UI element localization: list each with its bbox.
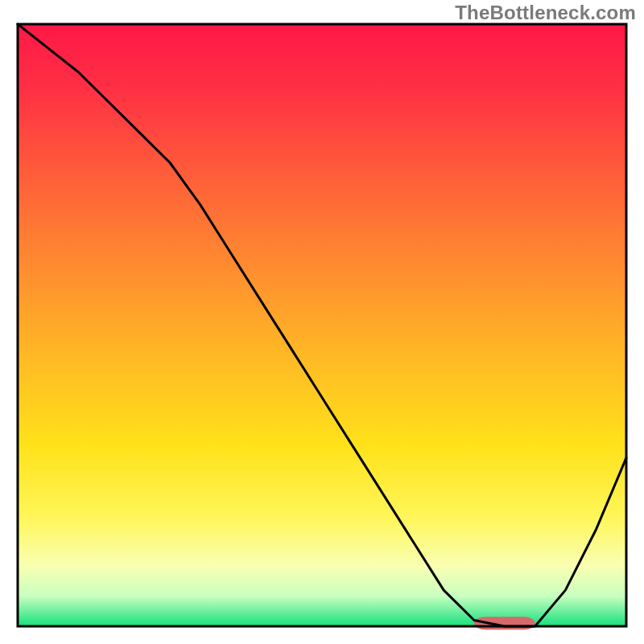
chart-stage: TheBottleneck.com: [0, 0, 644, 644]
bottleneck-chart: [0, 0, 644, 644]
gradient-background: [18, 24, 626, 626]
